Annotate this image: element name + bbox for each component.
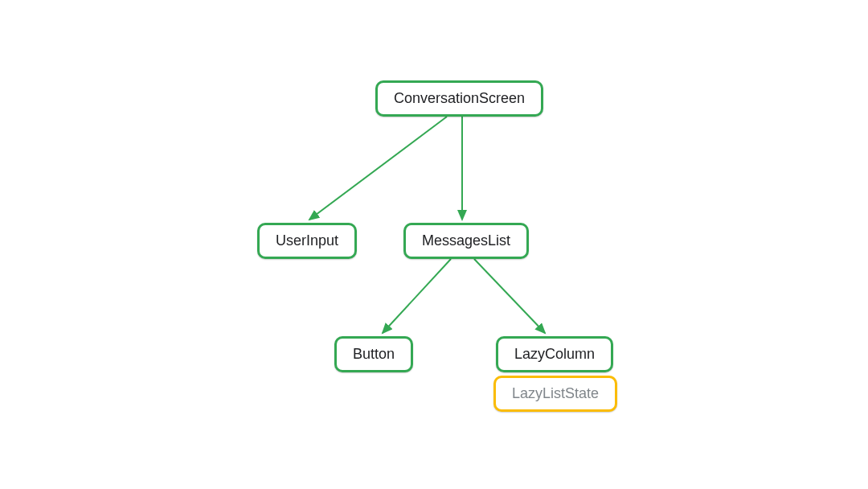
node-label: UserInput xyxy=(276,232,338,249)
node-label: Button xyxy=(353,346,395,362)
node-label: LazyColumn xyxy=(514,346,595,362)
node-messages-list: MessagesList xyxy=(403,223,529,259)
svg-line-2 xyxy=(383,259,451,333)
node-label: MessagesList xyxy=(422,232,510,249)
node-conversation-screen: ConversationScreen xyxy=(375,80,543,117)
node-label: ConversationScreen xyxy=(394,90,525,106)
svg-line-0 xyxy=(309,117,447,220)
node-lazy-list-state: LazyListState xyxy=(493,376,617,412)
node-button: Button xyxy=(334,336,413,372)
node-label: LazyListState xyxy=(512,385,599,401)
svg-line-3 xyxy=(474,259,545,333)
node-user-input: UserInput xyxy=(257,223,357,259)
node-lazy-column: LazyColumn xyxy=(496,336,613,372)
